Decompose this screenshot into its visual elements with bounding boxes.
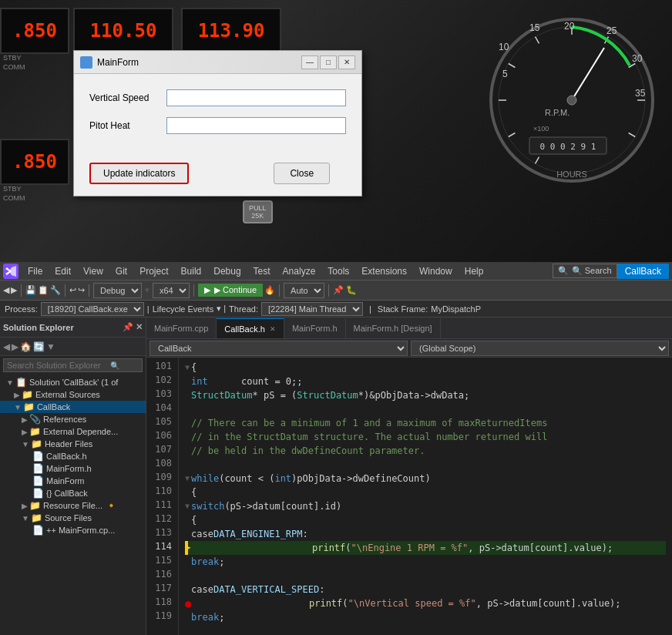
menu-git[interactable]: Git: [109, 264, 133, 279]
close-button[interactable]: ✕: [338, 55, 355, 69]
search-box[interactable]: 🔍 🔍 Search: [553, 264, 617, 278]
mainform-icon: 📄: [32, 475, 44, 486]
ide-area: File Edit View Git Project Build Debug T…: [0, 262, 672, 635]
main-form-dialog: MainForm — □ ✕ Vertical Speed Pitot Heat…: [73, 50, 362, 197]
menu-build[interactable]: Build: [175, 264, 208, 279]
code-lines-container[interactable]: ▼ { ▼ int count = 0;; ▼ StructDatum: [179, 358, 672, 635]
tree-callback-h[interactable]: 📄 CallBack.h: [0, 450, 146, 462]
se-close-icon[interactable]: ✕: [136, 322, 143, 332]
code-line-102: ▼ int count = 0;;: [185, 375, 666, 388]
play-icon: ▶: [204, 285, 210, 295]
toolbar-btn2[interactable]: 📋: [38, 285, 49, 295]
svg-text:×100: ×100: [533, 125, 549, 133]
linenum-102: 102: [146, 375, 178, 388]
se-home-btn[interactable]: 🏠: [20, 341, 32, 352]
undo-icon[interactable]: ↩: [69, 285, 76, 295]
tab-close-callbackh[interactable]: ✕: [270, 325, 276, 333]
toolbar-back[interactable]: ◀: [3, 285, 9, 295]
mainformcp-label: ++ MainForm.cp...: [46, 526, 115, 535]
solution-label: Solution 'CallBack' (1 of: [29, 378, 118, 387]
pin-icon[interactable]: 📌: [333, 285, 344, 295]
linenum-110: 110: [146, 485, 178, 499]
fold-111[interactable]: ▼: [185, 499, 190, 513]
debug-dropdown[interactable]: Debug: [93, 283, 142, 298]
continue-button[interactable]: ▶ ▶ Continue: [198, 284, 263, 297]
mainformh-label: MainForm.h: [46, 464, 92, 473]
tab-callbackh[interactable]: CallBack.h ✕: [217, 318, 284, 338]
menu-analyze[interactable]: Analyze: [277, 264, 322, 279]
extdep-arrow: ▶: [22, 428, 28, 436]
lifecycle-label: Lifecycle Events: [153, 304, 213, 314]
scope-context-dropdown[interactable]: (Global Scope): [411, 341, 669, 356]
callback-menu-tab[interactable]: CallBack: [617, 264, 669, 279]
resource-icon: 📁: [29, 500, 41, 511]
pitot-heat-input[interactable]: [166, 117, 346, 134]
tree-mainformh[interactable]: 📄 MainForm.h: [0, 462, 146, 475]
tree-source-files[interactable]: ▼ 📁 Source Files: [0, 512, 146, 524]
menu-test[interactable]: Test: [247, 264, 277, 279]
tree-callback-braces[interactable]: 📄 {} CallBack: [0, 487, 146, 499]
dialog-icon: [80, 56, 92, 69]
se-filter-btn[interactable]: ▼: [46, 341, 55, 352]
se-forward-btn[interactable]: ▶: [12, 341, 18, 352]
sep-bar: |: [147, 304, 150, 314]
tree-external-sources[interactable]: ▶ 📁 External Sources: [0, 388, 146, 401]
se-pin-icon[interactable]: 📌: [123, 322, 133, 332]
update-indicators-button[interactable]: Update indicators: [89, 163, 189, 184]
linenum-112: 112: [146, 513, 178, 527]
svg-text:10: 10: [499, 42, 509, 52]
vertical-speed-input[interactable]: [166, 89, 346, 106]
tree-mainformcp[interactable]: 📄 ++ MainForm.cp...: [0, 524, 146, 536]
debug-icon[interactable]: 🐛: [346, 285, 357, 295]
menu-project[interactable]: Project: [133, 264, 174, 279]
pitot-heat-label: Pitot Heat: [89, 120, 166, 131]
linenum-119: 119: [146, 610, 178, 624]
callback-folder-icon: 📁: [23, 401, 35, 412]
menu-window[interactable]: Window: [413, 264, 459, 279]
fold-101[interactable]: ▼: [185, 361, 190, 375]
minimize-button[interactable]: —: [301, 55, 318, 69]
redo-icon[interactable]: ↪: [78, 285, 85, 295]
tab-mainformcpp[interactable]: MainForm.cpp: [146, 318, 217, 338]
menu-view[interactable]: View: [77, 264, 109, 279]
menu-edit[interactable]: Edit: [49, 264, 77, 279]
maximize-button[interactable]: □: [320, 55, 337, 69]
menu-debug[interactable]: Debug: [207, 264, 247, 279]
code-editor: MainForm.cpp CallBack.h ✕ MainForm.h Mai…: [146, 318, 672, 635]
tree-mainform[interactable]: 📄 MainForm: [0, 475, 146, 487]
platform-dropdown[interactable]: x64: [153, 283, 190, 298]
svg-text:HOURS: HOURS: [556, 170, 587, 179]
toolbar-btn3[interactable]: 🔧: [50, 285, 61, 295]
tree-solution[interactable]: ▼ 📋 Solution 'CallBack' (1 of: [0, 376, 146, 388]
se-back-btn[interactable]: ◀: [3, 341, 10, 352]
svg-text:15: 15: [529, 22, 540, 33]
tree-header-files[interactable]: ▼ 📁 Header Files: [0, 438, 146, 450]
tab-mainformdesign[interactable]: MainForm.h [Design]: [346, 318, 441, 338]
se-search-bar[interactable]: 🔍: [3, 358, 143, 372]
scope-file-dropdown[interactable]: CallBack: [150, 341, 408, 356]
code-line-110: ▼ {: [185, 485, 666, 499]
close-dialog-button[interactable]: Close: [274, 163, 330, 184]
menu-bar: File Edit View Git Project Build Debug T…: [0, 262, 672, 281]
pull-knob[interactable]: PULL25K: [243, 200, 273, 223]
se-sync-btn[interactable]: 🔄: [33, 341, 45, 352]
rpm-gauge: 5 10 15 20 25 30 35 R.P.M. ×100 0 0 0 2 …: [487, 15, 657, 185]
menu-tools[interactable]: Tools: [321, 264, 355, 279]
menu-file[interactable]: File: [22, 264, 49, 279]
menu-extensions[interactable]: Extensions: [355, 264, 413, 279]
process-dropdown[interactable]: [18920] CallBack.exe: [41, 302, 144, 316]
tree-resource-files[interactable]: ▶ 📁 Resource File... 🔸: [0, 499, 146, 512]
tab-mainformh[interactable]: MainForm.h: [284, 318, 346, 338]
fold-109[interactable]: ▼: [185, 472, 190, 485]
save-icon[interactable]: 💾: [25, 285, 36, 295]
se-search-input[interactable]: [7, 361, 107, 370]
tree-callback-project[interactable]: ▼ 📁 CallBack: [0, 401, 146, 413]
thread-dropdown[interactable]: [22284] Main Thread: [261, 302, 363, 316]
tree-area: ▼ 📋 Solution 'CallBack' (1 of ▶ 📁 Extern…: [0, 375, 146, 635]
auto-dropdown[interactable]: Auto: [284, 283, 324, 298]
tree-ext-deps[interactable]: ▶ 📁 External Depende...: [0, 425, 146, 438]
toolbar-forward[interactable]: ▶: [11, 285, 17, 295]
label-comm-1: COMM: [0, 62, 29, 72]
menu-help[interactable]: Help: [459, 264, 490, 279]
tree-references[interactable]: ▶ 📎 References: [0, 413, 146, 425]
